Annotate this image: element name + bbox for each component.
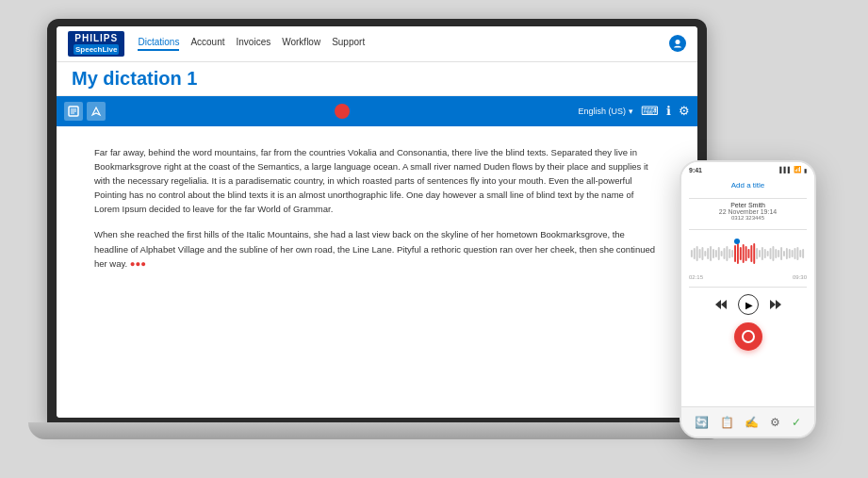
nav-bar: PHILIPS SpeechLive Dictations Account In… <box>57 26 697 62</box>
svg-rect-9 <box>701 247 703 260</box>
nav-support[interactable]: Support <box>332 37 365 51</box>
phone-date: 22 November 19:14 <box>689 208 807 215</box>
laptop-screen: PHILIPS SpeechLive Dictations Account In… <box>57 26 697 418</box>
svg-rect-5 <box>691 250 693 257</box>
svg-rect-23 <box>740 247 742 260</box>
phone-bottom-icon-4[interactable]: ⚙ <box>770 416 780 429</box>
svg-rect-17 <box>724 248 726 259</box>
svg-rect-27 <box>750 245 752 262</box>
content-area: Far far away, behind the word mountains,… <box>57 126 697 418</box>
phone-bottom-icon-2[interactable]: 📋 <box>720 416 734 429</box>
phone-status-bar: 9:41 ▌▌▌ 📶 ▮ <box>681 162 814 177</box>
svg-rect-33 <box>767 251 769 256</box>
content-paragraph-2: When she reached the first hills of the … <box>94 227 660 271</box>
svg-rect-16 <box>721 251 723 256</box>
svg-rect-34 <box>770 248 772 259</box>
phone-add-title[interactable]: Add a title <box>689 181 807 190</box>
content-text: Far far away, behind the word mountains,… <box>94 145 660 272</box>
svg-rect-20 <box>731 250 733 257</box>
svg-rect-30 <box>759 250 761 257</box>
svg-rect-42 <box>792 250 794 257</box>
waveform-container <box>689 237 807 271</box>
chevron-down-icon: ▾ <box>629 107 633 116</box>
nav-invoices[interactable]: Invoices <box>237 37 271 51</box>
svg-marker-49 <box>776 300 781 309</box>
toolbar-wrapper: English (US) ▾ ⌨ ℹ ⚙ <box>64 96 690 126</box>
content-paragraph-1: Far far away, behind the word mountains,… <box>94 145 660 217</box>
svg-rect-35 <box>772 246 774 261</box>
scene: PHILIPS SpeechLive Dictations Account In… <box>0 0 868 478</box>
forward-button[interactable] <box>766 295 785 314</box>
record-inner <box>742 330 755 343</box>
phone-id: 0312 323445 <box>689 215 807 221</box>
laptop-screen-border: PHILIPS SpeechLive Dictations Account In… <box>47 19 707 424</box>
phone-bottom-bar: 🔄 📋 ✍ ⚙ ✓ <box>681 406 814 437</box>
wifi-icon: 📶 <box>794 166 802 173</box>
toolbar-record-button[interactable] <box>335 104 350 119</box>
svg-rect-36 <box>775 249 777 258</box>
svg-rect-24 <box>743 244 745 263</box>
toolbar-icon-left2[interactable] <box>87 102 106 121</box>
waveform-time-start: 02:15 <box>689 274 703 280</box>
nav-account[interactable]: Account <box>190 37 224 51</box>
svg-rect-32 <box>764 249 766 258</box>
svg-rect-26 <box>748 249 750 258</box>
svg-rect-18 <box>726 246 728 261</box>
phone-author: Peter Smith <box>689 202 807 208</box>
language-selector[interactable]: English (US) ▾ <box>578 107 633 116</box>
svg-marker-47 <box>715 300 721 309</box>
speech-live-label: SpeechLive <box>74 44 119 55</box>
svg-rect-38 <box>780 247 782 260</box>
toolbar-info-icon[interactable]: ℹ <box>666 104 671 118</box>
language-label: English (US) <box>578 107 626 116</box>
svg-rect-7 <box>696 246 698 261</box>
brand-name: PHILIPS <box>74 33 118 43</box>
svg-rect-6 <box>694 248 696 259</box>
svg-rect-14 <box>715 250 717 257</box>
svg-rect-22 <box>737 243 739 264</box>
playback-controls: ▶ <box>689 294 807 315</box>
toolbar-right-icons: ⌨ ℹ ⚙ <box>641 104 690 118</box>
svg-rect-39 <box>783 251 785 256</box>
toolbar-keyboard-icon[interactable]: ⌨ <box>641 104 659 118</box>
svg-rect-12 <box>710 246 712 261</box>
svg-rect-41 <box>789 249 791 258</box>
phone-bottom-icon-1[interactable]: 🔄 <box>695 416 709 429</box>
toolbar-settings-icon[interactable]: ⚙ <box>679 104 690 118</box>
phone: 9:41 ▌▌▌ 📶 ▮ Add a title Peter Smith 22 … <box>680 160 816 438</box>
waveform-svg <box>689 239 807 269</box>
svg-rect-8 <box>699 249 701 258</box>
phone-content: Add a title Peter Smith 22 November 19:1… <box>681 177 814 406</box>
red-dots: ●●● <box>130 258 146 269</box>
svg-rect-43 <box>794 248 796 259</box>
paragraph2-text: When she reached the first hills of the … <box>94 229 655 268</box>
svg-rect-11 <box>707 248 709 259</box>
phone-check-icon[interactable]: ✓ <box>792 416 801 429</box>
waveform-times: 02:15 09:30 <box>689 274 807 280</box>
phone-status-icons: ▌▌▌ 📶 ▮ <box>779 166 807 173</box>
phone-bottom-icon-3[interactable]: ✍ <box>745 416 759 429</box>
svg-rect-28 <box>753 243 755 264</box>
svg-rect-45 <box>799 250 801 257</box>
laptop-base <box>28 422 726 439</box>
toolbar-icon-left1[interactable] <box>64 102 83 121</box>
svg-rect-46 <box>802 249 804 258</box>
play-button[interactable]: ▶ <box>738 294 759 315</box>
svg-rect-40 <box>786 248 788 259</box>
toolbar-center-area <box>106 104 578 119</box>
svg-marker-50 <box>770 300 776 309</box>
nav-dictations[interactable]: Dictations <box>138 37 179 51</box>
record-button[interactable] <box>734 322 762 351</box>
svg-rect-19 <box>729 249 730 258</box>
svg-marker-48 <box>721 300 727 309</box>
page-title: My dictation 1 <box>72 68 682 90</box>
nav-workflow[interactable]: Workflow <box>282 37 320 51</box>
svg-rect-25 <box>745 246 747 261</box>
signal-icon: ▌▌▌ <box>779 167 792 173</box>
svg-point-0 <box>676 40 680 44</box>
battery-icon: ▮ <box>804 167 807 173</box>
nav-user-avatar[interactable] <box>669 35 686 52</box>
svg-rect-13 <box>712 249 714 258</box>
rewind-button[interactable] <box>712 295 730 314</box>
waveform-time-end: 09:30 <box>793 274 807 280</box>
